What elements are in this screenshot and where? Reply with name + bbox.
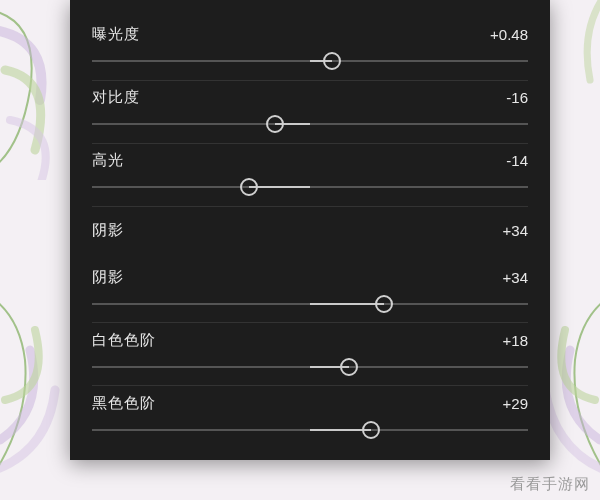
shadows-label: 阴影 xyxy=(92,221,124,240)
contrast-slider[interactable] xyxy=(92,113,528,135)
shadows-value: +34 xyxy=(503,222,528,239)
exposure-slider-row: 曝光度 +0.48 xyxy=(92,18,528,81)
exposure-value: +0.48 xyxy=(490,26,528,43)
highlights-label: 高光 xyxy=(92,151,124,170)
shadows-slider-row: 阴影 +34 xyxy=(92,207,528,261)
slider-thumb-icon[interactable] xyxy=(340,358,358,376)
slider-thumb-icon[interactable] xyxy=(266,115,284,133)
highlights-value: -14 xyxy=(506,152,528,169)
contrast-value: -16 xyxy=(506,89,528,106)
slider-thumb-icon[interactable] xyxy=(375,295,393,313)
exposure-label: 曝光度 xyxy=(92,25,140,44)
exposure-slider[interactable] xyxy=(92,50,528,72)
shadows-value-2: +34 xyxy=(503,269,528,286)
blacks-slider[interactable] xyxy=(92,419,528,441)
light-adjustment-panel: 曝光度 +0.48 对比度 -16 高光 -14 xyxy=(70,0,550,460)
whites-slider[interactable] xyxy=(92,356,528,378)
shadows-slider-row-2: 阴影 +34 xyxy=(92,260,528,323)
slider-thumb-icon[interactable] xyxy=(240,178,258,196)
shadows-slider[interactable] xyxy=(92,293,528,315)
slider-thumb-icon[interactable] xyxy=(362,421,380,439)
blacks-slider-row: 黑色色阶 +29 xyxy=(92,386,528,448)
contrast-slider-row: 对比度 -16 xyxy=(92,81,528,144)
blacks-label: 黑色色阶 xyxy=(92,394,156,413)
blacks-value: +29 xyxy=(503,395,528,412)
watermark-text: 看看手游网 xyxy=(510,475,590,494)
shadows-label-2: 阴影 xyxy=(92,268,124,287)
slider-thumb-icon[interactable] xyxy=(323,52,341,70)
whites-label: 白色色阶 xyxy=(92,331,156,350)
highlights-slider[interactable] xyxy=(92,176,528,198)
whites-value: +18 xyxy=(503,332,528,349)
highlights-slider-row: 高光 -14 xyxy=(92,144,528,207)
contrast-label: 对比度 xyxy=(92,88,140,107)
whites-slider-row: 白色色阶 +18 xyxy=(92,323,528,386)
